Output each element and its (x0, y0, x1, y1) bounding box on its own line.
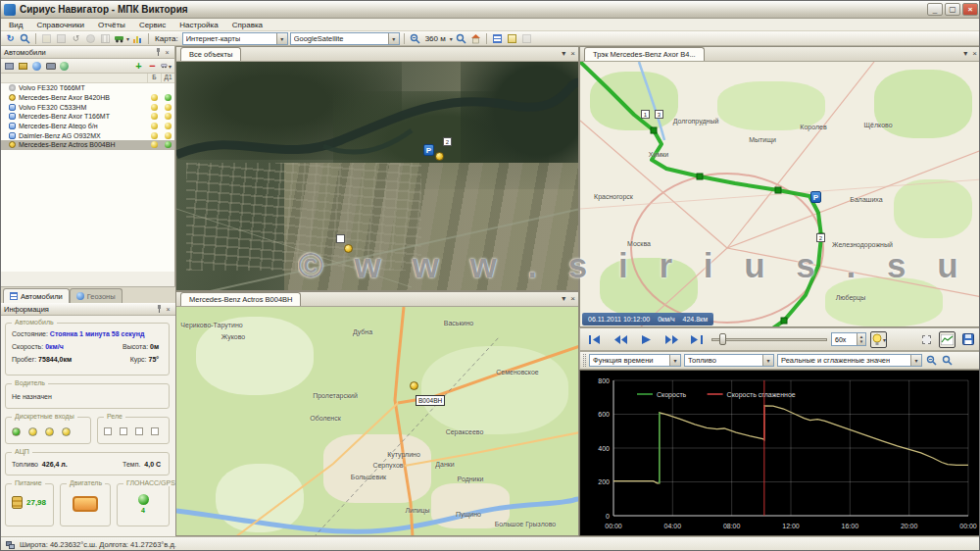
refresh-icon[interactable]: ↻ (4, 32, 17, 45)
map-label: Кутурлино (387, 451, 420, 458)
vehicle-row[interactable]: Mercedes-Benz Axor В420НВ (1, 93, 174, 103)
zoom-in-icon[interactable] (409, 32, 421, 45)
route-badge-2[interactable]: 2 (816, 233, 825, 242)
track-map-tabbar: Трэк Mercedes-Benz Axor В4... ▾ × (580, 47, 980, 62)
menu-item-4[interactable]: Настройка (179, 21, 218, 29)
menu-item-2[interactable]: Отчёты (98, 21, 125, 29)
chart-parameter-select[interactable]: Топливо ▾ (684, 354, 774, 367)
play-button[interactable] (635, 331, 657, 348)
close-icon[interactable]: × (163, 49, 172, 56)
device-icon[interactable] (4, 61, 15, 72)
selection-tool-button[interactable] (918, 331, 935, 348)
sat-map-tab[interactable]: Все объекты (180, 47, 241, 61)
vehicle-name: Mercedes-Benz Actros В004ВН (19, 141, 147, 148)
save-button[interactable] (959, 331, 976, 348)
home-icon[interactable] (469, 32, 482, 45)
vehicle-mode-dropdown[interactable]: ▾ (161, 61, 172, 72)
relay-checkbox-1[interactable] (120, 427, 127, 435)
vehicle-row[interactable]: Volvo FE320 С533НМ (1, 102, 174, 112)
remove-vehicle-button[interactable]: − (147, 61, 158, 72)
vehicle-row[interactable]: Mercedes-Benz Atego б/н (1, 122, 174, 131)
chart-icon[interactable] (131, 32, 144, 45)
notebook-icon[interactable] (506, 32, 518, 45)
tab-geozones[interactable]: Геозоны (70, 288, 122, 303)
tracked-vehicle-marker[interactable] (410, 381, 418, 390)
track-highlight-toggle[interactable]: ▾ (870, 331, 887, 348)
waypoint-badge[interactable] (336, 234, 345, 243)
pane-menu-icon[interactable]: ▾ (963, 49, 967, 58)
parking-marker-label: P (813, 193, 818, 202)
rewind-button[interactable] (610, 331, 631, 348)
vehicle-row[interactable]: Volvo FE320 Т666МТ (1, 83, 174, 93)
chevron-down-icon: ▾ (910, 355, 921, 366)
svg-text:12:00: 12:00 (782, 523, 800, 529)
mileage-value: 75844,0км (38, 356, 72, 363)
zoom-out-icon[interactable] (455, 32, 467, 45)
circle-icon (84, 32, 97, 45)
chart-zoom-in-icon[interactable] (925, 354, 938, 367)
playback-speed-spinner[interactable]: 60x ▲▼ (831, 332, 866, 346)
parking-marker[interactable]: P (423, 144, 434, 156)
vehicle-row[interactable]: Mercedes-Benz Axor Т166МТ (1, 112, 174, 122)
show-chart-button[interactable] (939, 331, 956, 348)
pin-icon[interactable] (155, 305, 164, 314)
playback-slider[interactable] (711, 332, 827, 346)
car-dropdown-icon[interactable]: ▾ (114, 32, 129, 45)
sat-map[interactable]: 2 P (176, 62, 578, 290)
actros-map-tab[interactable]: Mercedes-Benz Actros В004ВН (180, 292, 301, 306)
tab-vehicles[interactable]: Автомобили (3, 288, 70, 303)
status-dot-yellow (165, 104, 172, 111)
track-map[interactable]: ДолгопрудныйХимкиМытищиКоролевЩёлковоБал… (580, 62, 980, 326)
menu-item-1[interactable]: Справочники (36, 21, 83, 29)
vehicle-marker[interactable] (344, 244, 353, 253)
menu-item-0[interactable]: Вид (9, 21, 23, 29)
pane-menu-icon[interactable]: ▾ (562, 294, 565, 303)
route-badge-1[interactable]: 1 (641, 110, 650, 119)
menu-item-5[interactable]: Справка (232, 21, 263, 29)
fuel-chart[interactable]: 00:0004:0008:0012:0016:0020:0000:0002004… (579, 370, 980, 536)
list-view-icon[interactable] (491, 32, 504, 45)
relay-checkbox-3[interactable] (151, 427, 159, 435)
pane-close-icon[interactable]: × (972, 49, 977, 58)
menu-item-3[interactable]: Сервис (139, 21, 166, 29)
globe2-icon[interactable] (59, 61, 70, 72)
maximize-button[interactable]: ▢ (945, 3, 960, 16)
skip-end-button[interactable] (686, 331, 708, 348)
drag-grip[interactable] (583, 354, 586, 367)
globe-icon[interactable] (31, 61, 42, 72)
close-button[interactable]: × (962, 3, 978, 16)
pane-close-icon[interactable]: × (570, 294, 575, 303)
track-map-tab[interactable]: Трэк Mercedes-Benz Axor В4... (584, 47, 705, 61)
actros-map[interactable]: Чериково-ТарутиноЖуковоДубнаВаськиноСеме… (176, 307, 578, 535)
waypoint-badge[interactable]: 2 (443, 137, 452, 146)
relay-checkbox-2[interactable] (135, 427, 143, 435)
relay-checkbox-0[interactable] (104, 427, 112, 435)
layers-icon[interactable] (18, 61, 28, 72)
map-provider-select[interactable]: Интернет-карты ▾ (182, 32, 288, 45)
pane-close-icon[interactable]: × (570, 49, 575, 58)
globe-icon (76, 292, 84, 300)
camera-icon[interactable] (45, 61, 56, 72)
skip-start-button[interactable] (584, 331, 606, 348)
fast-forward-button[interactable] (661, 331, 682, 348)
spinner-arrows[interactable]: ▲▼ (857, 333, 865, 345)
minimize-button[interactable]: _ (927, 3, 943, 16)
status-dot-yellow (151, 141, 158, 148)
scale-dropdown-icon[interactable]: ▾ (450, 35, 453, 42)
close-icon[interactable]: × (164, 306, 172, 313)
vehicle-row[interactable]: Daimler-Benz AG О932МХ (1, 130, 174, 140)
add-vehicle-button[interactable]: + (133, 61, 144, 72)
vehicle-row[interactable]: Mercedes-Benz Actros В004ВН (1, 140, 174, 150)
slider-thumb[interactable] (719, 333, 726, 345)
parking-marker[interactable]: P (810, 191, 821, 203)
map-layer-select[interactable]: GoogleSatellite ▾ (290, 32, 400, 45)
pin-icon[interactable] (154, 48, 163, 57)
chart-mode-select[interactable]: Реальные и сглаженные значен ▾ (777, 354, 922, 367)
search-icon[interactable] (19, 32, 31, 45)
vehicle-marker[interactable] (435, 152, 444, 161)
pane-menu-icon[interactable]: ▾ (562, 49, 565, 58)
route-badge-3[interactable]: 3 (655, 110, 663, 119)
status-bar: Широта: 46.23632°с.ш. Долгота: 41.27263°… (1, 536, 980, 551)
chart-function-select[interactable]: Функция времени ▾ (589, 354, 681, 367)
chart-zoom-out-icon[interactable] (941, 354, 954, 367)
